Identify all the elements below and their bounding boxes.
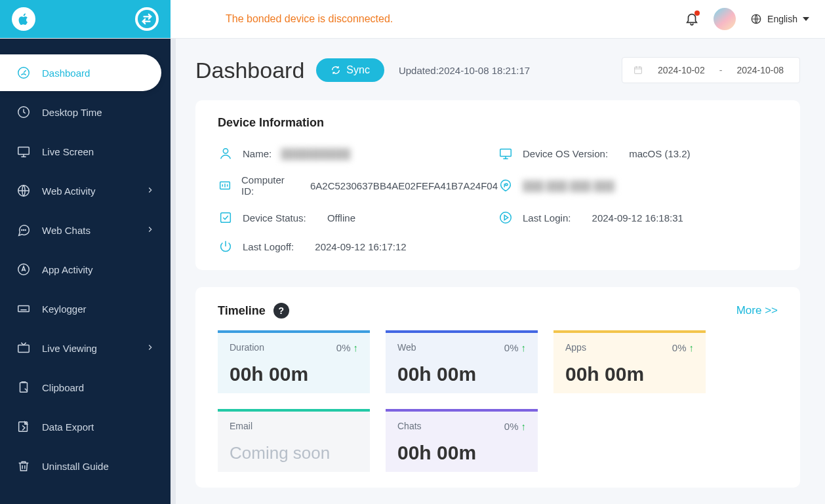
notifications-button[interactable] [685, 11, 699, 28]
monitor-icon [498, 145, 513, 161]
export-icon [16, 419, 31, 435]
sidebar-item-label: Live Viewing [42, 343, 97, 354]
apple-logo-icon [12, 7, 35, 31]
device-status-value: Offline [327, 212, 355, 223]
device-info-card: Device Information Name: ██████████ Devi… [195, 100, 800, 270]
sidebar-item-label: Live Screen [42, 146, 94, 157]
arrow-up-icon: ↑ [353, 342, 359, 353]
keyboard-icon [16, 301, 31, 317]
last-logoff-value: 2024-09-12 16:17:12 [315, 241, 406, 252]
gauge-icon [16, 65, 31, 81]
device-os-label: Device OS Version: [523, 148, 608, 159]
sidebar-item-desktop-time[interactable]: Desktop Time [0, 94, 171, 130]
sidebar-item-live-viewing[interactable]: Live Viewing [0, 330, 171, 366]
help-icon[interactable]: ? [273, 303, 289, 319]
arrow-up-icon: ↑ [689, 342, 694, 353]
tile-email[interactable]: Email Coming soon [218, 409, 370, 472]
updated-prefix: Updated: [399, 65, 439, 76]
device-os-value: macOS (13.2) [629, 148, 690, 159]
tile-pct: 0% [672, 342, 687, 353]
check-icon [218, 210, 233, 225]
chevron-down-icon [803, 17, 809, 21]
globe-icon [16, 183, 31, 199]
last-logoff-row: Last Logoff: 2024-09-12 16:17:12 [218, 239, 498, 254]
chat-icon [16, 222, 31, 238]
more-link[interactable]: More >> [736, 304, 778, 317]
calendar-icon [633, 65, 643, 75]
svg-rect-15 [500, 149, 512, 157]
sidebar: Dashboard Desktop Time Live Screen Web A… [0, 39, 171, 504]
user-icon [218, 145, 233, 161]
ip-value: ███.███.███.███ [523, 180, 614, 191]
sidebar-item-keylogger[interactable]: Keylogger [0, 290, 171, 327]
sidebar-item-label: Web Chats [42, 225, 91, 236]
sidebar-item-uninstall-guide[interactable]: Uninstall Guide [0, 448, 171, 484]
avatar[interactable] [714, 8, 736, 30]
sync-button[interactable]: Sync [316, 58, 384, 82]
device-status-label: Device Status: [243, 212, 306, 223]
device-name-label: Name: [243, 148, 272, 159]
sidebar-item-app-activity[interactable]: App Activity [0, 251, 171, 288]
language-selector[interactable]: English [750, 13, 809, 25]
sidebar-item-label: Clipboard [42, 382, 84, 393]
switch-device-button[interactable] [135, 7, 159, 31]
sidebar-item-data-export[interactable]: Data Export [0, 408, 171, 445]
sidebar-item-clipboard[interactable]: Clipboard [0, 369, 171, 406]
sync-button-label: Sync [346, 64, 370, 76]
chevron-right-icon [146, 185, 155, 197]
device-info-title: Device Information [218, 116, 778, 130]
power-icon [218, 239, 233, 254]
sidebar-item-web-chats[interactable]: Web Chats [0, 212, 171, 248]
svg-rect-11 [20, 383, 28, 393]
device-os-row: Device OS Version: macOS (13.2) [498, 145, 778, 161]
page-title: Dashboard [195, 58, 304, 83]
last-login-label: Last Login: [523, 212, 571, 223]
svg-point-18 [500, 212, 512, 223]
date-end: 2024-10-08 [736, 65, 784, 75]
trash-icon [16, 458, 31, 474]
sidebar-item-live-screen[interactable]: Live Screen [0, 133, 171, 170]
device-status-row: Device Status: Offline [218, 210, 498, 225]
sidebar-item-web-activity[interactable]: Web Activity [0, 172, 171, 209]
tile-apps[interactable]: Apps 0%↑ 00h 00m [553, 330, 706, 393]
tile-duration[interactable]: Duration 0%↑ 00h 00m [218, 330, 370, 393]
updated-text: Updated:2024-10-08 18:21:17 [399, 65, 530, 76]
arrow-up-icon: ↑ [521, 342, 527, 353]
clipboard-icon [16, 379, 31, 395]
app-icon [16, 262, 31, 277]
scrollbar[interactable] [171, 39, 176, 504]
svg-rect-10 [18, 345, 30, 352]
tile-chats[interactable]: Chats 0%↑ 00h 00m [386, 409, 538, 472]
svg-rect-3 [18, 147, 30, 155]
tv-icon [16, 340, 31, 356]
svg-rect-17 [221, 213, 231, 223]
notification-dot-icon [694, 10, 700, 16]
date-start: 2024-10-02 [658, 65, 705, 75]
tile-value: 00h 00m [565, 363, 694, 385]
sidebar-item-label: Keylogger [42, 303, 87, 315]
sidebar-item-label: Dashboard [42, 68, 90, 79]
tile-value: 00h 00m [230, 363, 358, 385]
svg-point-14 [223, 149, 228, 153]
svg-point-5 [22, 229, 22, 230]
sidebar-item-dashboard[interactable]: Dashboard [0, 54, 161, 91]
tile-value: 00h 00m [397, 442, 526, 464]
ip-icon [498, 178, 513, 193]
device-name-value: ██████████ [281, 148, 350, 159]
arrow-up-icon: ↑ [521, 421, 527, 432]
sidebar-item-label: Data Export [42, 421, 94, 433]
id-icon [218, 178, 232, 193]
sync-icon [331, 65, 341, 75]
alert-message: The bonded device is disconnected. [171, 13, 685, 25]
tile-web[interactable]: Web 0%↑ 00h 00m [386, 330, 538, 393]
sidebar-item-label: Web Activity [42, 185, 95, 197]
date-separator: - [719, 65, 723, 75]
computer-id-value: 6A2C5230637BB4AE02FEFA41B7A24F04 [310, 180, 498, 191]
last-login-value: 2024-09-12 16:18:31 [592, 212, 683, 223]
computer-id-row: Computer ID: 6A2C5230637BB4AE02FEFA41B7A… [218, 174, 498, 197]
ip-row: ███.███.███.███ [498, 174, 778, 197]
date-range-picker[interactable]: 2024-10-02 - 2024-10-08 [622, 57, 800, 83]
monitor-icon [16, 144, 31, 159]
language-label: English [767, 14, 797, 24]
content: Dashboard Sync Updated:2024-10-08 18:21:… [171, 39, 825, 504]
